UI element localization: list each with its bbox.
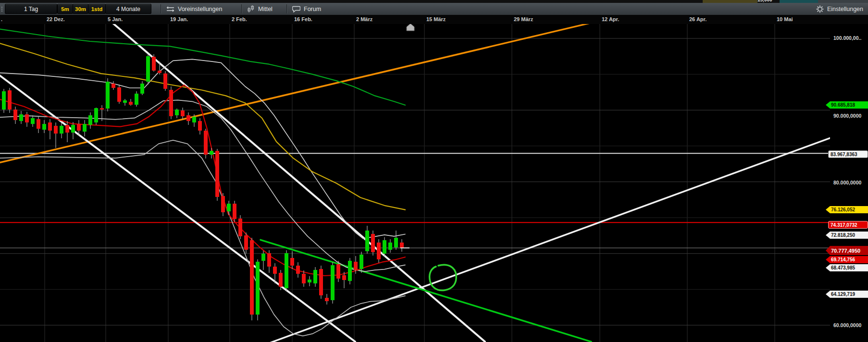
candle-up xyxy=(83,124,87,132)
price-axis-label: 90.000,0000 xyxy=(833,113,868,119)
trendline-white-ascending[interactable] xyxy=(269,138,830,342)
candle-down xyxy=(342,275,346,280)
candle-down xyxy=(158,71,161,73)
candle-up xyxy=(123,100,127,103)
trendline-green-descending[interactable] xyxy=(260,240,591,342)
price-tag: 83.967,8363 xyxy=(828,150,868,158)
toolbar-separator xyxy=(286,4,287,13)
menu-item-mittel[interactable]: Mittel xyxy=(247,3,273,15)
menu-item-forum[interactable]: Forum xyxy=(292,3,321,15)
range-button-4monate[interactable]: 4 Monate xyxy=(105,4,151,14)
candle-up xyxy=(227,204,231,211)
date-axis-label: 16 Feb. xyxy=(294,16,312,22)
gear-icon xyxy=(816,5,824,13)
candle-up xyxy=(192,117,196,122)
price-axis-label: 100.000,00.. xyxy=(833,35,868,41)
candle-up xyxy=(135,94,138,105)
candle-up xyxy=(19,114,23,121)
candle-down xyxy=(186,115,190,121)
candle-up xyxy=(140,84,144,94)
settings-button[interactable]: Einstellungen xyxy=(816,3,863,15)
date-axis-partial-label: . xyxy=(1,16,2,22)
sliders-icon xyxy=(166,6,174,12)
candle-up xyxy=(360,255,363,269)
candle-up xyxy=(31,118,35,124)
candle-down xyxy=(296,266,300,274)
candle-down xyxy=(13,110,17,120)
candle-up xyxy=(71,125,75,133)
candle-down xyxy=(377,243,381,259)
candle-down xyxy=(221,196,225,212)
candle-up xyxy=(308,280,311,282)
candle-down xyxy=(325,298,329,301)
candle-down xyxy=(371,234,375,252)
candle-down xyxy=(54,126,58,134)
date-axis[interactable]: . 22 Dez.5 Jan.19 Jan.2 Feb.16 Feb.2 Mär… xyxy=(0,15,868,24)
timeframe-button-1std[interactable]: 1std xyxy=(88,4,106,14)
candle-up xyxy=(256,262,260,315)
date-axis-label: 10 Mai xyxy=(777,16,793,22)
candle-down xyxy=(163,73,167,89)
date-axis-label: 12 Apr. xyxy=(602,16,619,22)
candle-down xyxy=(233,204,236,219)
candle-down xyxy=(238,219,242,236)
candle-up xyxy=(348,261,352,281)
plot-area[interactable] xyxy=(0,24,830,342)
candle-down xyxy=(279,273,283,287)
candlestick-icon xyxy=(247,5,255,12)
date-axis-label: 29 März xyxy=(514,16,533,22)
chart-canvas[interactable] xyxy=(0,24,868,342)
ma-slow-green xyxy=(0,29,405,105)
settings-label: Einstellungen xyxy=(827,6,863,12)
candle-down xyxy=(302,274,306,283)
candle-down xyxy=(215,151,219,197)
timeframe-button-30m[interactable]: 30m xyxy=(73,4,88,14)
candle-down xyxy=(198,121,202,131)
price-tag: 76.126,052 xyxy=(826,206,868,213)
candle-up xyxy=(94,108,98,122)
date-axis-label: 22 Dez. xyxy=(47,16,65,22)
candle-up xyxy=(106,82,110,109)
price-tag: 74.317,0732 xyxy=(828,221,868,229)
candle-up xyxy=(285,253,288,288)
menu-item-voreinstellungen[interactable]: Voreinstellungen xyxy=(166,3,222,15)
price-tag: 69.714,756 xyxy=(826,256,868,263)
date-axis-label: 5 Jan. xyxy=(108,16,123,22)
candle-down xyxy=(152,57,156,71)
candle-down xyxy=(129,102,133,105)
price-tag: 72.818,250 xyxy=(826,232,868,239)
price-axis-label: 60.000,0000 xyxy=(833,322,868,328)
date-axis-label: 19 Jan. xyxy=(170,16,188,22)
speech-bubble-icon xyxy=(292,6,300,12)
trendline-white-descending-1[interactable] xyxy=(0,76,355,342)
candle-down xyxy=(169,90,173,116)
candle-down xyxy=(48,122,52,131)
candle-down xyxy=(25,114,29,122)
candle-down xyxy=(273,267,277,274)
candle-down xyxy=(244,235,248,250)
candle-up xyxy=(210,151,213,155)
candle-down xyxy=(100,108,104,110)
price-tag: 90.685,818 xyxy=(826,101,868,109)
band-middle xyxy=(0,100,405,271)
candle-up xyxy=(42,124,46,130)
top-sliver-clipped-value: 15,000 xyxy=(757,0,772,2)
timeframe-button-5m[interactable]: 5m xyxy=(57,4,73,14)
toolbar-separator xyxy=(241,4,242,13)
candle-up xyxy=(60,126,63,134)
candle-down xyxy=(336,264,340,279)
trendline-white-descending-2[interactable] xyxy=(111,24,485,342)
chart-position-marker[interactable] xyxy=(407,24,414,31)
candle-down xyxy=(77,124,81,131)
candle-up xyxy=(331,265,335,300)
hand-drawn-circle-annotation[interactable] xyxy=(430,265,457,290)
timeframe-button-1tag[interactable]: 1 Tag xyxy=(5,4,57,14)
candle-up xyxy=(313,270,317,283)
candle-down xyxy=(250,240,254,315)
toolbar-separator xyxy=(161,4,161,13)
candle-up xyxy=(88,115,92,125)
candle-down xyxy=(117,87,121,102)
candle-up xyxy=(394,238,398,247)
drag-handle-icon[interactable] xyxy=(0,5,3,13)
candle-down xyxy=(65,125,69,133)
